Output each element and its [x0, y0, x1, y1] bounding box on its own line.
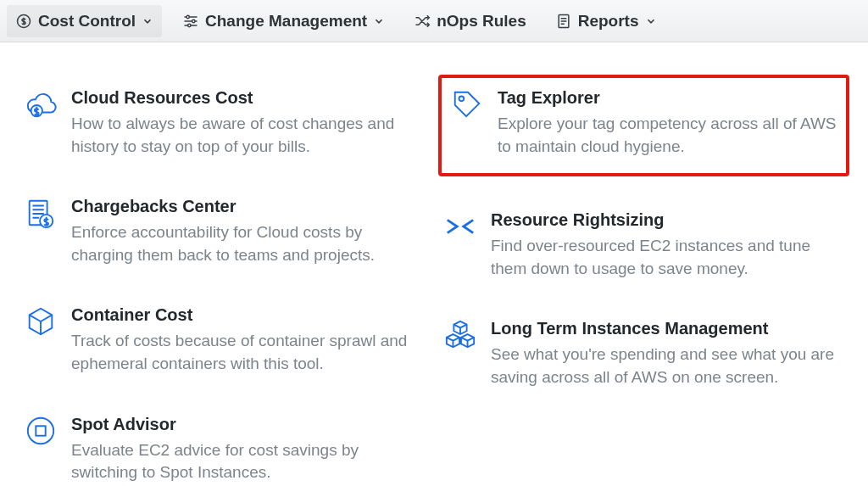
nav-reports[interactable]: Reports — [547, 5, 665, 37]
svg-point-3 — [188, 24, 191, 26]
card-title: Container Cost — [71, 305, 425, 325]
chevron-down-icon — [645, 15, 657, 27]
nav-change-management-label: Change Management — [205, 12, 367, 31]
nav-change-management[interactable]: Change Management — [174, 5, 393, 37]
card-body: Chargebacks Center Enforce accountabilit… — [71, 197, 425, 266]
card-spot-advisor[interactable]: Spot Advisor Evaluate EC2 advice for cos… — [19, 410, 430, 486]
card-desc: Track of costs because of container spra… — [71, 330, 425, 375]
card-title: Spot Advisor — [71, 415, 425, 434]
nav-nops-rules-label: nOps Rules — [437, 12, 526, 31]
chevron-down-icon — [142, 15, 153, 27]
document-list-icon — [555, 13, 572, 30]
cube-icon — [24, 305, 58, 339]
nav-cost-control-label: Cost Control — [38, 12, 136, 31]
top-nav-bar: Cost Control Change Management nOps Rule… — [0, 0, 868, 42]
card-body: Resource Rightsizing Find over-resourced… — [491, 210, 844, 280]
sliders-icon — [182, 13, 199, 30]
card-desc: How to always be aware of cost changes a… — [71, 113, 425, 158]
card-title: Resource Rightsizing — [491, 210, 844, 230]
tag-icon — [450, 88, 484, 122]
nav-nops-rules[interactable]: nOps Rules — [405, 5, 535, 37]
card-title: Tag Explorer — [498, 88, 837, 108]
card-body: Tag Explorer Explore your tag competency… — [498, 88, 837, 158]
nav-reports-label: Reports — [578, 12, 639, 31]
card-desc: Evaluate EC2 advice for cost savings by … — [71, 439, 425, 484]
card-title: Cloud Resources Cost — [71, 88, 425, 108]
invoice-dollar-icon — [24, 197, 58, 231]
card-desc: See what you're spending and see what yo… — [491, 344, 844, 388]
svg-point-2 — [192, 20, 195, 22]
menu-content: Cloud Resources Cost How to always be aw… — [0, 42, 868, 486]
card-desc: Enforce accountability for Cloud costs b… — [71, 221, 425, 266]
card-desc: Find over-resourced EC2 instances and tu… — [491, 235, 844, 280]
dollar-circle-icon — [15, 13, 32, 30]
card-long-term-instances[interactable]: Long Term Instances Management See what … — [438, 314, 849, 394]
card-title: Chargebacks Center — [71, 197, 425, 216]
chevron-down-icon — [373, 15, 385, 27]
svg-point-8 — [28, 417, 53, 443]
left-column: Cloud Resources Cost How to always be aw… — [19, 83, 430, 486]
card-resource-rightsizing[interactable]: Resource Rightsizing Find over-resourced… — [438, 205, 849, 285]
card-body: Cloud Resources Cost How to always be aw… — [71, 88, 425, 158]
svg-rect-9 — [36, 426, 45, 435]
card-title: Long Term Instances Management — [491, 319, 844, 338]
card-desc: Explore your tag competency across all o… — [498, 113, 837, 158]
card-cloud-resources-cost[interactable]: Cloud Resources Cost How to always be aw… — [19, 83, 430, 163]
right-column: Tag Explorer Explore your tag competency… — [438, 83, 849, 486]
card-body: Container Cost Track of costs because of… — [71, 305, 425, 375]
shuffle-icon — [414, 13, 431, 30]
card-container-cost[interactable]: Container Cost Track of costs because of… — [19, 300, 430, 380]
card-body: Spot Advisor Evaluate EC2 advice for cos… — [71, 415, 425, 484]
collapse-arrows-icon — [443, 210, 477, 244]
svg-point-10 — [459, 97, 465, 102]
cloud-dollar-icon — [24, 88, 58, 122]
card-tag-explorer[interactable]: Tag Explorer Explore your tag competency… — [438, 75, 849, 176]
cubes-icon — [443, 319, 477, 353]
svg-point-1 — [186, 15, 189, 18]
stop-circle-icon — [24, 415, 58, 449]
card-body: Long Term Instances Management See what … — [491, 319, 844, 388]
nav-cost-control[interactable]: Cost Control — [7, 5, 162, 37]
card-chargebacks-center[interactable]: Chargebacks Center Enforce accountabilit… — [19, 192, 430, 271]
